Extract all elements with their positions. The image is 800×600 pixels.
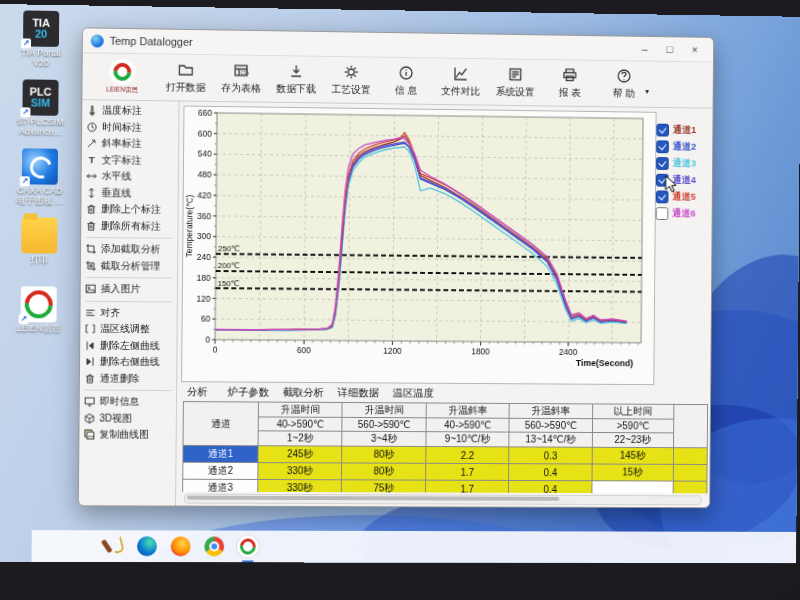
help-button[interactable]: 帮 助 [597, 63, 652, 105]
analysis-table: 通道升温时间升温时间升温斜率升温斜率以上时间40->590℃560->590℃4… [182, 401, 708, 493]
instruments-icon [104, 537, 123, 556]
sidebar-item-add-capture-analysis[interactable]: 添加截取分析 [81, 241, 177, 258]
sidebar-item-insert-image[interactable]: 插入图片 [81, 281, 177, 298]
desktop-icon-print-folder[interactable]: 打印 [2, 217, 76, 285]
channel-checkbox[interactable] [656, 190, 669, 203]
csv-table-icon: CSV [233, 62, 250, 79]
sidebar-item-delete-last-annotation[interactable]: 删除上个标注 [81, 201, 177, 218]
table-row-通道2[interactable]: 通道2330秒80秒1.70.415秒 [183, 462, 707, 481]
svg-text:1200: 1200 [383, 346, 402, 356]
svg-text:120: 120 [196, 293, 210, 303]
tab-分析[interactable]: 分析 [187, 385, 208, 399]
legend-channel-通道5[interactable]: 通道5 [656, 189, 710, 206]
channel-checkbox[interactable] [656, 207, 669, 220]
data-download-button[interactable]: 数据下载 [268, 58, 323, 100]
tia-portal-icon: TIA20↗ [23, 10, 59, 47]
minimize-button[interactable]: – [632, 39, 657, 59]
main-toolbar: LEIEN雷恩 打开数据CSV 存为表格 数据下载 工艺设置 信 息 文件对比 … [82, 52, 713, 108]
legend-channel-通道6[interactable]: 通道6 [656, 205, 710, 222]
help-dropdown-caret[interactable]: ▾ [645, 87, 649, 96]
legend-channel-通道2[interactable]: 通道2 [656, 138, 710, 155]
windows-taskbar [32, 530, 800, 563]
svg-text:600: 600 [297, 345, 311, 355]
legend-channel-通道1[interactable]: 通道1 [656, 122, 710, 139]
sidebar-item-instant-info[interactable]: 即时信息 [80, 394, 176, 411]
sidebar-item-temp-annotation[interactable]: 温度标注 [82, 102, 178, 120]
maximize-button[interactable]: □ [657, 39, 682, 59]
sidebar-item-view-3d[interactable]: 3D视图 [79, 410, 175, 427]
curve-left-icon [84, 339, 96, 351]
legend-channel-通道3[interactable]: 通道3 [656, 155, 710, 172]
channel-checkbox[interactable] [656, 174, 669, 187]
annotation-sidebar: 温度标注 时间标注 斜率标注T 文字标注 水平线 垂直线 删除上个标注 删除所有… [79, 100, 180, 505]
taskbar-chrome[interactable] [202, 534, 226, 558]
caxa-icon: ↗ [22, 148, 58, 184]
channel-checkbox[interactable] [656, 140, 669, 153]
sidebar-item-vertical-line[interactable]: 垂直线 [81, 184, 177, 202]
svg-text:540: 540 [198, 149, 212, 159]
tab-炉子参数[interactable]: 炉子参数 [227, 385, 269, 399]
sidebar-separator [86, 300, 172, 302]
desktop-icon-leien-app[interactable]: ↗LEIEN雷恩 [1, 286, 75, 353]
channel-cell[interactable]: 通道1 [183, 445, 258, 462]
table-row-通道3[interactable]: 通道3330秒75秒1.70.4 [183, 479, 707, 493]
trash-icon [84, 372, 96, 384]
system-settings-button[interactable]: 系统设置 [488, 61, 543, 103]
desktop-icon-caxa-cad[interactable]: ↗CAXA CAD 电子图板 ... [3, 148, 77, 216]
crop-manage-icon [85, 260, 97, 272]
tab-温区温度[interactable]: 温区温度 [393, 386, 434, 400]
temperature-chart[interactable]: 250℃200℃150℃0601201802403003604204805406… [181, 106, 657, 386]
text-icon: T [86, 154, 98, 166]
printer-icon [561, 67, 578, 84]
channel-checkbox[interactable] [656, 124, 669, 137]
sidebar-item-time-annotation[interactable]: 时间标注 [82, 119, 178, 137]
taskbar-edge[interactable] [135, 534, 159, 558]
open-data-button[interactable]: 打开数据 [158, 56, 214, 99]
taskbar-firefox[interactable] [169, 534, 193, 558]
monitor-icon [84, 396, 96, 408]
svg-text:0: 0 [213, 345, 218, 355]
sidebar-separator [85, 390, 171, 392]
sidebar-item-zone-line-adjust[interactable]: 温区线调整 [80, 321, 176, 338]
v-line-icon [85, 187, 97, 199]
table-row-通道1[interactable]: 通道1245秒80秒2.20.3145秒 [183, 445, 707, 464]
scrollbar-thumb[interactable] [187, 496, 560, 501]
copy-image-icon [83, 429, 95, 441]
sidebar-item-capture-analysis-manage[interactable]: 截取分析管理 [81, 257, 177, 274]
channel-checkbox[interactable] [656, 157, 669, 170]
taskbar-music-app[interactable] [101, 534, 125, 558]
sidebar-item-text-annotation[interactable]: T 文字标注 [82, 152, 178, 170]
desktop-icon-tia-portal[interactable]: TIA20↗TIA Portal V20 [4, 10, 78, 78]
channel-cell[interactable]: 通道2 [183, 462, 258, 479]
sidebar-item-slope-annotation[interactable]: 斜率标注 [82, 135, 178, 153]
sidebar-item-delete-right-curve[interactable]: 删除右侧曲线 [80, 354, 176, 371]
sidebar-item-delete-all-annotations[interactable]: 删除所有标注 [81, 217, 177, 234]
taskbar-leien[interactable] [236, 535, 260, 559]
channel-cell[interactable]: 通道3 [183, 479, 258, 493]
process-settings-button[interactable]: 工艺设置 [324, 59, 379, 101]
legend-channel-通道4[interactable]: 通道4 [656, 172, 710, 189]
horizontal-scrollbar[interactable] [184, 494, 702, 506]
sidebar-item-horizontal-line[interactable]: 水平线 [82, 168, 178, 186]
sidebar-item-delete-left-curve[interactable]: 删除左侧曲线 [80, 337, 176, 354]
sidebar-item-copy-curve[interactable]: 复制曲线图 [79, 426, 175, 443]
svg-text:200℃: 200℃ [218, 261, 240, 270]
close-button[interactable]: × [682, 39, 707, 59]
leien-logo-icon [110, 59, 135, 84]
sidebar-separator [86, 237, 172, 239]
svg-text:Time(Second): Time(Second) [576, 358, 633, 368]
sidebar-item-channel-delete[interactable]: 通道删除 [80, 370, 176, 387]
tab-详细数据[interactable]: 详细数据 [338, 386, 379, 400]
tab-截取分析[interactable]: 截取分析 [283, 386, 324, 400]
file-compare-button[interactable]: 文件对比 [433, 60, 488, 102]
leien-logo-icon [237, 536, 259, 558]
svg-text:660: 660 [198, 108, 212, 118]
save-as-table-button[interactable]: CSV 存为表格 [213, 57, 269, 100]
curve-right-icon [84, 356, 96, 368]
sidebar-item-align[interactable]: 对齐 [80, 304, 176, 321]
info-button[interactable]: 信 息 [379, 60, 434, 102]
desktop-icon-s7-plcsim[interactable]: PLCSIM↗S7-PLCSIM Advance... [3, 79, 77, 147]
report-button[interactable]: 报 表 [542, 62, 597, 104]
leien-logo: LEIEN雷恩 [86, 58, 158, 95]
window-title: Temp Datalogger [110, 35, 193, 48]
